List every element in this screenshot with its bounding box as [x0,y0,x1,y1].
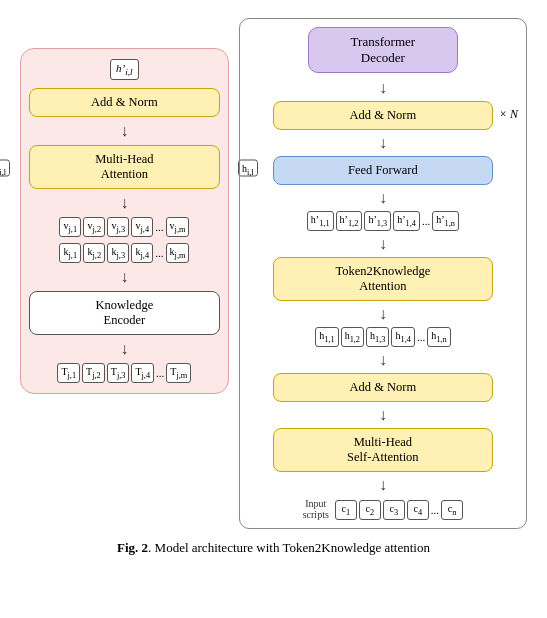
add-norm-left: Add & Norm [29,88,220,117]
t-token-4: Tj,4 [131,363,154,383]
k-token-3: kj,3 [107,243,129,263]
h-prime-n: h’1,n [432,211,459,231]
feed-forward: Feed Forward [273,156,493,185]
arrow-11: ↓ [379,477,387,493]
arrow-7: ↓ [379,236,387,252]
h-1: h1,1 [315,327,338,347]
arrow-9: ↓ [379,352,387,368]
arrow-1: ↓ [120,123,128,139]
add-norm-right-bottom: Add & Norm [273,373,493,402]
c-ellipsis: ... [431,504,439,516]
token2knowledge: Token2KnowledgeAttention [273,257,493,301]
multi-head-self-attention: Multi-HeadSelf-Attention [273,428,493,472]
h-prime-token-row: h’1,1 h’1,2 h’1,3 h’1,4 ... h’1,n [307,211,459,231]
diagram-container: h’i,l Add & Norm ↓ Multi-HeadAttention c… [20,18,527,529]
v-token-3: vj,3 [107,217,129,237]
c-4: c4 [407,500,429,520]
t-token-m: Tj,m [166,363,191,383]
h-prime-2: h’1,2 [336,211,363,231]
v-token-1: vj,1 [59,217,81,237]
c-token-row: c1 c2 c3 c4 ... cn [335,500,463,520]
arrow-td: ↓ [379,80,387,96]
multi-head-attention-left: Multi-HeadAttention [29,145,220,189]
t-ellipsis: ... [156,367,164,379]
c-3: c3 [383,500,405,520]
h-prime-1: h’1,1 [307,211,334,231]
h-prime-ellipsis: ... [422,215,430,227]
h-2: h1,2 [341,327,364,347]
v-token-4: vj,4 [131,217,153,237]
arrow-4: ↓ [120,341,128,357]
arrow-10: ↓ [379,407,387,423]
v-token-row: vj,1 vj,2 vj,3 vj,4 ... vj,m [59,217,189,237]
k-ellipsis: ... [155,247,163,259]
h-ellipsis: ... [417,331,425,343]
h-3: h1,3 [366,327,389,347]
caption: Fig. 2. Model architecture with Token2Kn… [20,539,527,557]
h-4: h1,4 [391,327,414,347]
t-token-2: Tj,2 [82,363,105,383]
v-token-2: vj,2 [83,217,105,237]
c-n: cn [441,500,463,520]
n-repeat-label: × N [499,107,518,122]
add-norm-right-top: Add & Norm [273,101,493,130]
k-token-1: kj,1 [59,243,81,263]
c-label: ci,l [0,160,10,177]
transformer-decoder: TransformerDecoder [308,27,458,73]
arrow-6: ↓ [379,190,387,206]
h-n: h1,n [427,327,450,347]
arrow-5: ↓ [379,135,387,151]
left-panel: h’i,l Add & Norm ↓ Multi-HeadAttention c… [20,48,229,394]
v-token-m: vj,m [166,217,190,237]
t-token-1: Tj,1 [57,363,80,383]
h-token-row: h1,1 h1,2 h1,3 h1,4 ... h1,n [315,327,450,347]
input-scripts-label: Inputscripts [303,498,329,520]
caption-text: . Model architecture with Token2Knowledg… [148,540,430,555]
k-token-row: kj,1 kj,2 kj,3 kj,4 ... kj,m [59,243,189,263]
caption-fig: Fig. 2 [117,540,148,555]
h-prime-4: h’1,4 [393,211,420,231]
c-1: c1 [335,500,357,520]
h-prime-label-left: h’i,l [110,59,139,80]
t-token-3: Tj,3 [107,363,130,383]
arrow-2: ↓ [120,195,128,211]
knowledge-encoder: KnowledgeEncoder [29,291,220,335]
v-ellipsis: ... [155,221,163,233]
t-token-row: Tj,1 Tj,2 Tj,3 Tj,4 ... Tj,m [57,363,191,383]
k-token-m: kj,m [166,243,190,263]
c-2: c2 [359,500,381,520]
right-panel: TransformerDecoder ↓ × N Add & Norm ↓ Fe… [239,18,527,529]
k-token-2: kj,2 [83,243,105,263]
arrow-8: ↓ [379,306,387,322]
arrow-3: ↓ [120,269,128,285]
k-token-4: kj,4 [131,243,153,263]
h-prime-3: h’1,3 [364,211,391,231]
